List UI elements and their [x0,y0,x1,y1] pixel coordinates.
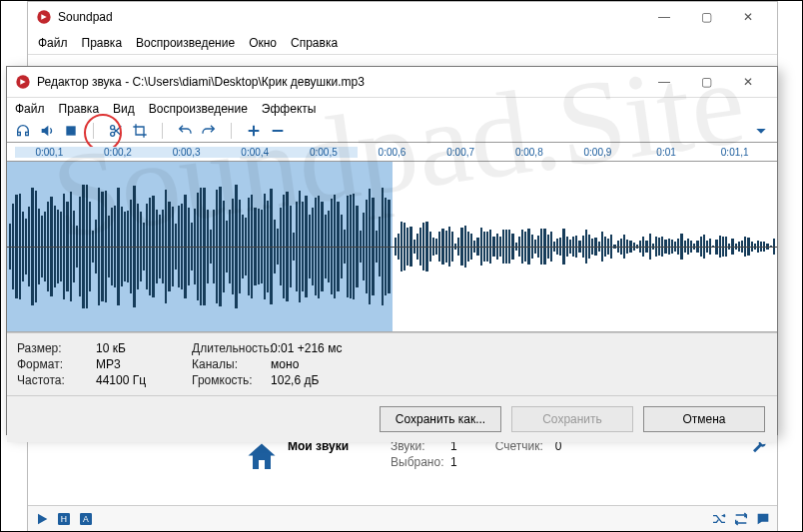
ruler-tick: 0:00,3 [152,147,221,158]
bg-menu-help[interactable]: Справка [291,36,338,50]
bg-selected-val: 1 [450,455,457,469]
ruler-tick: 0:00,2 [84,147,153,158]
zoom-out-icon[interactable] [270,123,286,139]
editor-titlebar: Редактор звука - C:\Users\diami\Desktop\… [7,67,777,98]
size-val: 10 кБ [96,341,146,355]
zoom-in-icon[interactable] [246,123,262,139]
save-button: Сохранить [511,406,633,432]
waveform-axis [7,247,777,248]
headphones-icon[interactable] [15,123,31,139]
bg-bottom-toolbar: Н А [28,505,777,532]
ruler-tick: 0:00,9 [563,147,632,158]
ruler-tick: 0:01,1 [700,147,769,158]
freq-label: Частота: [17,373,92,387]
bg-menu-play[interactable]: Воспроизведение [136,36,235,50]
editor-menu-view[interactable]: Вид [113,102,135,116]
ruler-tick: 0:00,6 [358,147,426,158]
cut-icon[interactable] [108,123,124,139]
editor-window-title: Редактор звука - C:\Users\diami\Desktop\… [37,75,643,89]
timeline-ruler[interactable]: 0:00,10:00,20:00,30:00,40:00,50:00,60:00… [7,142,777,162]
bg-sound-list-row[interactable]: Мои звуки Звуки:1 Выбрано:1 Счетчик:0 [28,437,777,489]
svg-text:Н: Н [61,514,67,524]
editor-menu-file[interactable]: Файл [15,102,45,116]
play-icon[interactable] [34,511,50,527]
redo-icon[interactable] [201,123,217,139]
bg-menu-window[interactable]: Окно [249,36,277,50]
bg-minimize-button[interactable]: — [643,3,685,31]
waveform-area[interactable] [7,162,777,332]
ruler-tick: 0:00,1 [15,147,84,158]
bg-menu-edit[interactable]: Правка [82,36,123,50]
repeat-icon[interactable] [733,511,749,527]
format-label: Формат: [17,357,92,371]
editor-minimize-button[interactable]: — [643,68,685,96]
comment-icon[interactable] [755,511,771,527]
crop-icon[interactable] [132,123,148,139]
svg-text:А: А [83,514,89,524]
bg-close-button[interactable]: ✕ [727,3,769,31]
bg-menubar: Файл Правка Воспроизведение Окно Справка [28,32,777,55]
speaker-icon[interactable] [39,123,55,139]
editor-toolbar [7,120,777,142]
bg-window-title: Soundpad [58,10,643,24]
bg-titlebar: Soundpad — ▢ ✕ [28,2,777,32]
volume-label: Громкость: [192,373,267,387]
editor-logo-icon [15,74,31,90]
editor-maximize-button[interactable]: ▢ [685,68,727,96]
ruler-tick: 0:01 [632,147,701,158]
letter-n-icon[interactable]: Н [56,511,72,527]
home-icon [244,439,280,475]
format-val: MP3 [96,357,146,371]
ruler-tick: 0:00,4 [221,147,290,158]
freq-val: 44100 Гц [96,373,146,387]
duration-label: Длительность: [192,341,267,355]
size-label: Размер: [17,341,92,355]
cancel-button[interactable]: Отмена [643,406,765,432]
editor-menu-play[interactable]: Воспроизведение [149,102,248,116]
channels-label: Каналы: [192,357,267,371]
duration-val: 0:01 +216 мс [271,341,342,355]
app-logo-icon [36,9,52,25]
letter-a-icon[interactable]: А [78,511,94,527]
shuffle-icon[interactable] [711,511,727,527]
bg-selected-label: Выбрано: [391,455,450,469]
save-as-button[interactable]: Сохранить как... [380,406,501,432]
stop-icon[interactable] [63,123,79,139]
channels-val: моно [271,357,342,371]
ruler-tick: 0:00,5 [290,147,359,158]
ruler-tick: 0:00,7 [426,147,495,158]
button-bar: Сохранить как... Сохранить Отмена [7,395,777,442]
audio-editor-window: Редактор звука - C:\Users\diami\Desktop\… [6,66,778,435]
ruler-tick: 0:00,8 [494,147,563,158]
menu-dropdown-icon[interactable] [753,123,769,139]
bg-menu-file[interactable]: Файл [38,36,68,50]
undo-icon[interactable] [177,123,193,139]
editor-menu-edit[interactable]: Правка [59,102,100,116]
info-panel: Размер:10 кБ Формат:MP3 Частота:44100 Гц… [7,332,777,395]
editor-menubar: Файл Правка Вид Воспроизведение Эффекты [7,98,777,120]
volume-val: 102,6 дБ [271,373,342,387]
editor-close-button[interactable]: ✕ [727,68,769,96]
editor-menu-effects[interactable]: Эффекты [262,102,317,116]
bg-maximize-button[interactable]: ▢ [685,3,727,31]
svg-rect-6 [66,126,75,135]
